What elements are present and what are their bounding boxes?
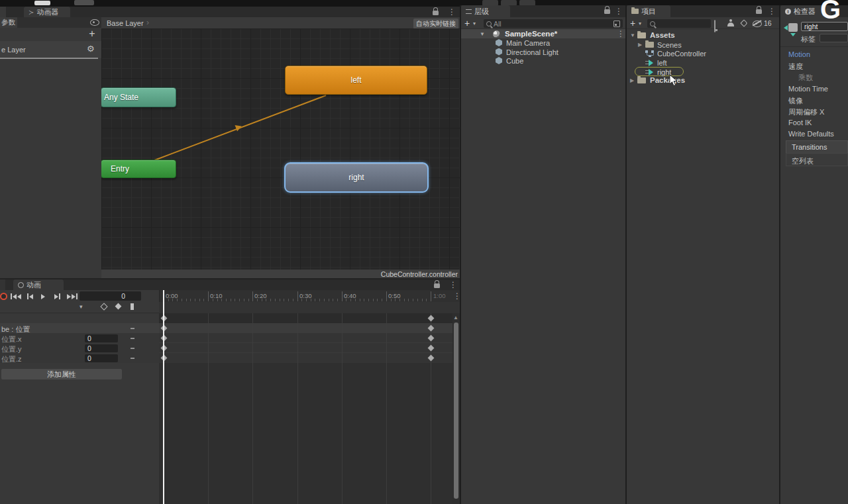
project-item-cubecontroller[interactable]: CubeController (627, 49, 779, 58)
tag-label: 标签 (801, 34, 816, 44)
motion-field-label[interactable]: Motion (788, 50, 810, 58)
lock-icon[interactable] (756, 9, 762, 14)
animator-graph[interactable]: left Any State Entry right (101, 28, 460, 270)
tab-project[interactable]: 项目 (627, 5, 670, 17)
tab-parameters[interactable]: 参数 (0, 17, 17, 28)
kebab-menu-icon[interactable]: ⋮ (448, 8, 454, 16)
go-to-end-button[interactable] (66, 292, 79, 301)
hierarchy-search-field[interactable]: All (484, 19, 623, 28)
keyframe-options-dash-icon[interactable] (131, 358, 134, 359)
position-x-input[interactable] (85, 334, 118, 342)
hierarchy-scene-row[interactable]: ▼ SampleScene* ⋮ (461, 29, 625, 38)
project-search-input[interactable] (657, 20, 708, 28)
filter-dropdown-icon[interactable]: ▾ (80, 303, 83, 310)
add-property-button[interactable]: 添加属性 (1, 369, 122, 379)
add-layer-button[interactable]: + (85, 28, 99, 40)
foldout-open-icon[interactable]: ▼ (480, 31, 485, 37)
lock-icon[interactable] (604, 9, 610, 14)
overlay-letter: G (820, 0, 841, 25)
property-row-position-x[interactable]: 位置.x (0, 333, 159, 343)
animator-breadcrumb-bar: Base Layer › 自动实时链接 (101, 17, 460, 28)
project-item-assets[interactable]: ▼ Assets (627, 31, 779, 40)
next-frame-button[interactable] (52, 292, 62, 301)
state-node-entry[interactable]: Entry (101, 160, 176, 178)
create-dropdown-icon[interactable]: ▾ (473, 21, 476, 26)
hidden-items-eye-icon[interactable] (753, 21, 761, 26)
project-item-packages[interactable]: ▶ Packages (627, 76, 779, 85)
state-node-any-state[interactable]: Any State (101, 87, 176, 107)
state-node-any-state-label: Any State (104, 93, 138, 102)
create-button[interactable]: + (464, 18, 470, 28)
tag-input[interactable] (820, 34, 848, 42)
lock-icon[interactable] (434, 283, 440, 288)
foldout-closed-icon[interactable]: ▶ (630, 77, 634, 83)
project-search-field[interactable] (647, 19, 711, 28)
gear-icon[interactable]: ⚙ (87, 44, 95, 54)
kebab-menu-icon[interactable]: ⋮ (453, 292, 460, 300)
position-y-input[interactable] (85, 344, 118, 352)
frame-input[interactable] (80, 291, 141, 301)
kebab-menu-icon[interactable]: ⋮ (617, 30, 623, 38)
create-dropdown-icon[interactable]: ▾ (639, 21, 641, 26)
auto-live-link-button[interactable]: 自动实时链接 (413, 19, 458, 29)
folder-open-icon (637, 32, 646, 38)
dopesheet-area[interactable] (159, 302, 460, 504)
tab-hierarchy[interactable]: 层级 (461, 5, 510, 17)
kebab-menu-icon[interactable]: ⋮ (615, 7, 621, 15)
property-row-position[interactable]: be : 位置 (0, 323, 159, 333)
breadcrumb[interactable]: Base Layer (107, 19, 144, 27)
property-row-position-y[interactable]: 位置.y (0, 343, 159, 353)
toolbar-fragment-icon[interactable] (34, 1, 50, 5)
toolbar-fragment-icon[interactable] (74, 0, 94, 5)
state-node-left[interactable]: left (285, 66, 427, 95)
hierarchy-item-directional-light[interactable]: Directional Light (461, 48, 625, 57)
dopesheet-summary-row (159, 313, 460, 323)
tab-animation[interactable]: 动画 (13, 279, 64, 290)
kebab-menu-icon[interactable]: ⋮ (449, 281, 456, 289)
controller-path-label: CubeController.controller (381, 270, 458, 278)
add-event-button[interactable] (131, 303, 134, 310)
foldout-closed-icon[interactable]: ▶ (638, 42, 642, 48)
ruler-tick (386, 291, 387, 301)
grid-line (342, 313, 343, 504)
project-item-label: Scenes (657, 41, 682, 49)
tab-animator[interactable]: ≻ 动画器 (24, 7, 70, 17)
project-tab-label: 项目 (641, 7, 656, 17)
project-item-left[interactable]: left (627, 58, 779, 68)
keyframe-options-dash-icon[interactable] (131, 348, 134, 349)
hierarchy-item-cube[interactable]: Cube (461, 56, 625, 66)
grid-line (252, 313, 253, 504)
timeline-scrollbar[interactable]: ▲ (452, 313, 460, 504)
keyframe-options-dash-icon[interactable] (131, 338, 134, 339)
pick-window-icon[interactable] (613, 21, 620, 27)
project-item-scenes[interactable]: ▶ Scenes (627, 40, 779, 50)
keyframe-options-dash-icon[interactable] (131, 328, 134, 329)
hierarchy-tab-label: 层级 (474, 7, 489, 17)
project-item-label: left (657, 59, 667, 67)
scroll-up-icon[interactable]: ▲ (453, 315, 458, 321)
tab-fragment[interactable] (0, 7, 6, 17)
position-z-input[interactable] (85, 354, 118, 362)
play-button[interactable] (38, 292, 48, 301)
animator-state-icon (784, 23, 798, 37)
hierarchy-item-main-camera[interactable]: Main Camera (461, 38, 625, 48)
scrollbar-thumb[interactable] (454, 323, 458, 499)
record-button[interactable] (0, 293, 7, 300)
foldout-open-icon[interactable]: ▼ (630, 32, 635, 38)
lock-icon[interactable] (433, 11, 439, 15)
transitions-header[interactable]: Transitions (786, 140, 848, 153)
layer-row-base-layer[interactable]: e Layer ⚙ (0, 41, 101, 58)
state-node-right[interactable]: right (284, 162, 429, 193)
tick-label: 0:10 (210, 292, 223, 299)
kebab-menu-icon[interactable]: ⋮ (768, 7, 774, 15)
unity-scene-icon (493, 30, 500, 38)
project-item-right-selected[interactable]: right (627, 67, 779, 76)
eye-icon[interactable] (90, 19, 99, 26)
go-to-start-button[interactable] (9, 292, 23, 301)
search-by-type-icon[interactable] (727, 19, 734, 26)
prev-frame-button[interactable] (25, 292, 35, 301)
create-button[interactable]: + (630, 18, 635, 28)
property-row-position-z[interactable]: 位置.z (0, 353, 159, 363)
tab-fragment[interactable] (0, 279, 5, 290)
playhead[interactable] (163, 290, 164, 504)
